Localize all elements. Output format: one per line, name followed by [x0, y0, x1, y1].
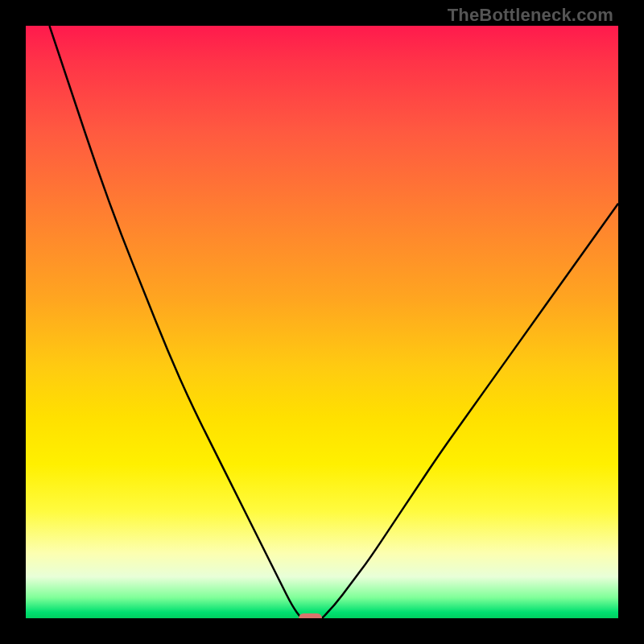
optimum-marker: [299, 613, 322, 618]
watermark-text: TheBottleneck.com: [448, 5, 613, 26]
plot-area: [26, 26, 618, 618]
bottleneck-curve: [26, 26, 618, 618]
curve-left-branch: [49, 26, 301, 618]
curve-right-branch: [322, 204, 618, 618]
